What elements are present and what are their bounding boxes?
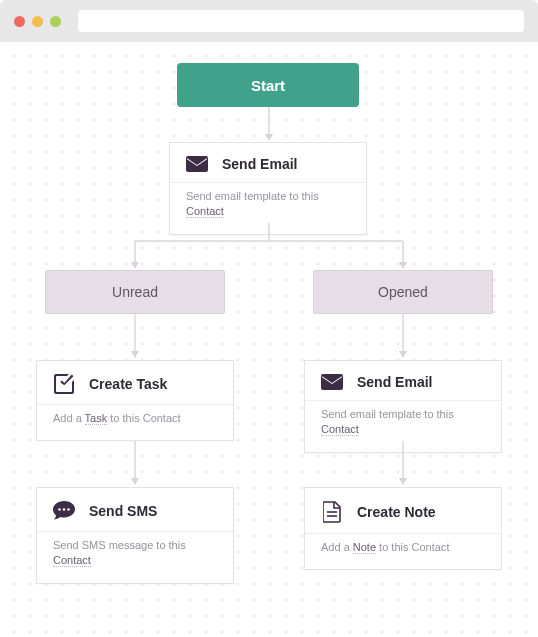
contact-link[interactable]: Contact <box>321 423 359 436</box>
node-subtitle: Add a Note to this Contact <box>305 533 501 569</box>
start-label: Start <box>251 77 285 94</box>
create-note-node[interactable]: Create Note Add a Note to this Contact <box>304 487 502 570</box>
email-icon <box>186 156 208 172</box>
subtitle-text: Send SMS message to this <box>53 539 186 551</box>
task-check-icon <box>53 374 75 394</box>
window-zoom-dot[interactable] <box>50 16 61 27</box>
node-header: Create Note <box>305 488 501 533</box>
node-header: Send Email <box>170 143 366 182</box>
subtitle-text-2: to this Contact <box>376 541 449 553</box>
address-bar[interactable] <box>78 10 524 32</box>
browser-window: Start Send Email Send email template to … <box>0 0 538 637</box>
node-header: Create Task <box>37 361 233 404</box>
send-email-node-2[interactable]: Send Email Send email template to this C… <box>304 360 502 453</box>
connector-task-sms <box>129 441 141 487</box>
node-subtitle: Add a Task to this Contact <box>37 404 233 440</box>
contact-link[interactable]: Contact <box>186 205 224 218</box>
node-title: Send Email <box>357 374 432 390</box>
branch-opened[interactable]: Opened <box>313 270 493 314</box>
node-subtitle: Send email template to this Contact <box>170 182 366 234</box>
node-header: Send Email <box>305 361 501 400</box>
send-email-node-1[interactable]: Send Email Send email template to this C… <box>169 142 367 235</box>
svg-point-9 <box>58 508 61 511</box>
node-header: Send SMS <box>37 488 233 531</box>
create-task-node[interactable]: Create Task Add a Task to this Contact <box>36 360 234 441</box>
node-title: Create Task <box>89 376 167 392</box>
note-icon <box>321 501 343 523</box>
email-icon <box>321 374 343 390</box>
node-subtitle: Send SMS message to this Contact <box>37 531 233 583</box>
window-close-dot[interactable] <box>14 16 25 27</box>
sms-icon <box>53 501 75 521</box>
workflow-canvas: Start Send Email Send email template to … <box>0 42 538 637</box>
branch-label: Unread <box>112 284 158 300</box>
branch-unread[interactable]: Unread <box>45 270 225 314</box>
connector-opened-email <box>397 314 409 360</box>
contact-link[interactable]: Contact <box>53 554 91 567</box>
send-sms-node[interactable]: Send SMS Send SMS message to this Contac… <box>36 487 234 584</box>
subtitle-text: Add a <box>53 412 85 424</box>
window-titlebar <box>0 0 538 42</box>
connector-unread-task <box>129 314 141 360</box>
subtitle-text: Add a <box>321 541 353 553</box>
node-subtitle: Send email template to this Contact <box>305 400 501 452</box>
note-link[interactable]: Note <box>353 541 376 554</box>
task-link[interactable]: Task <box>85 412 108 425</box>
node-title: Send SMS <box>89 503 157 519</box>
subtitle-text: Send email template to this <box>321 408 454 420</box>
node-title: Send Email <box>222 156 297 172</box>
svg-point-11 <box>67 508 70 511</box>
connector-start-email <box>263 107 275 143</box>
node-title: Create Note <box>357 504 436 520</box>
window-minimize-dot[interactable] <box>32 16 43 27</box>
subtitle-text: Send email template to this <box>186 190 319 202</box>
start-node[interactable]: Start <box>177 63 359 107</box>
subtitle-text-2: to this Contact <box>107 412 180 424</box>
svg-point-10 <box>63 508 66 511</box>
branch-label: Opened <box>378 284 428 300</box>
